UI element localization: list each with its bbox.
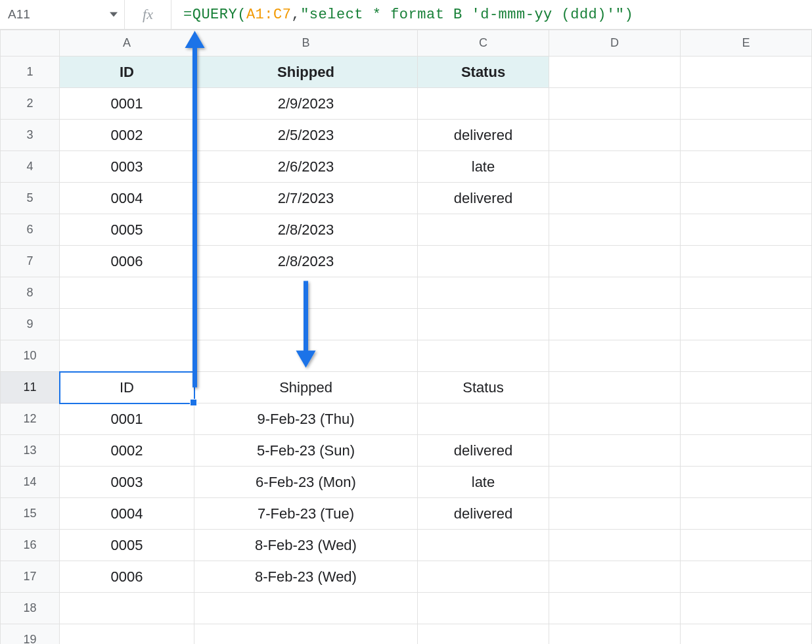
cell-A7[interactable]: 0006 <box>60 246 194 277</box>
cell-B18[interactable] <box>194 593 418 624</box>
cell-B10[interactable] <box>194 340 418 372</box>
cell-A11[interactable]: ID <box>60 372 194 403</box>
column-header-B[interactable]: B <box>194 30 418 57</box>
cell-D2[interactable] <box>549 88 681 120</box>
cell-E8[interactable] <box>681 277 812 309</box>
cell-E16[interactable] <box>681 530 812 561</box>
row-header-4[interactable]: 4 <box>1 151 60 183</box>
cell-D17[interactable] <box>549 561 681 593</box>
cell-C3[interactable]: delivered <box>418 120 549 151</box>
cell-D9[interactable] <box>549 309 681 340</box>
fill-handle[interactable] <box>190 399 197 406</box>
column-header-C[interactable]: C <box>418 30 549 57</box>
formula-input[interactable]: =QUERY(A1:C7,"select * format B 'd-mmm-y… <box>171 0 812 29</box>
cell-C14[interactable]: late <box>418 467 549 498</box>
cell-D18[interactable] <box>549 593 681 624</box>
cell-D6[interactable] <box>549 214 681 246</box>
column-header-A[interactable]: A <box>60 30 194 57</box>
cell-E17[interactable] <box>681 561 812 593</box>
row-header-3[interactable]: 3 <box>1 120 60 151</box>
cell-E4[interactable] <box>681 151 812 183</box>
cell-E7[interactable] <box>681 246 812 277</box>
row-header-8[interactable]: 8 <box>1 277 60 309</box>
cell-C7[interactable] <box>418 246 549 277</box>
cell-E1[interactable] <box>681 57 812 88</box>
cell-A15[interactable]: 0004 <box>60 498 194 530</box>
cell-E3[interactable] <box>681 120 812 151</box>
cell-D10[interactable] <box>549 340 681 372</box>
column-header-D[interactable]: D <box>549 30 681 57</box>
name-box[interactable] <box>0 0 125 29</box>
row-header-11[interactable]: 11 <box>1 372 60 403</box>
cell-A17[interactable]: 0006 <box>60 561 194 593</box>
cell-A10[interactable] <box>60 340 194 372</box>
column-header-E[interactable]: E <box>681 30 812 57</box>
cell-A8[interactable] <box>60 277 194 309</box>
cell-B1[interactable]: Shipped <box>194 57 418 88</box>
cell-B19[interactable] <box>194 624 418 645</box>
cell-B11[interactable]: Shipped <box>194 372 418 403</box>
cell-B7[interactable]: 2/8/2023 <box>194 246 418 277</box>
row-header-6[interactable]: 6 <box>1 214 60 246</box>
row-header-5[interactable]: 5 <box>1 183 60 214</box>
cell-D13[interactable] <box>549 435 681 467</box>
cell-C11[interactable]: Status <box>418 372 549 403</box>
cell-A18[interactable] <box>60 593 194 624</box>
cell-D11[interactable] <box>549 372 681 403</box>
cell-A1[interactable]: ID <box>60 57 194 88</box>
cell-E9[interactable] <box>681 309 812 340</box>
cell-E15[interactable] <box>681 498 812 530</box>
cell-E11[interactable] <box>681 372 812 403</box>
cell-D8[interactable] <box>549 277 681 309</box>
cell-A13[interactable]: 0002 <box>60 435 194 467</box>
cell-reference-input[interactable] <box>7 7 88 22</box>
cell-C18[interactable] <box>418 593 549 624</box>
cell-D16[interactable] <box>549 530 681 561</box>
cell-C5[interactable]: delivered <box>418 183 549 214</box>
row-header-1[interactable]: 1 <box>1 57 60 88</box>
cell-B15[interactable]: 7-Feb-23 (Tue) <box>194 498 418 530</box>
cell-E18[interactable] <box>681 593 812 624</box>
row-header-9[interactable]: 9 <box>1 309 60 340</box>
row-header-7[interactable]: 7 <box>1 246 60 277</box>
cell-D5[interactable] <box>549 183 681 214</box>
cell-B3[interactable]: 2/5/2023 <box>194 120 418 151</box>
row-header-16[interactable]: 16 <box>1 530 60 561</box>
sheet-table[interactable]: A B C D E 1IDShippedStatus200012/9/20233… <box>0 30 812 644</box>
row-header-12[interactable]: 12 <box>1 403 60 435</box>
cell-C16[interactable] <box>418 530 549 561</box>
cell-E12[interactable] <box>681 403 812 435</box>
cell-A9[interactable] <box>60 309 194 340</box>
cell-B16[interactable]: 8-Feb-23 (Wed) <box>194 530 418 561</box>
cell-B6[interactable]: 2/8/2023 <box>194 214 418 246</box>
cell-B13[interactable]: 5-Feb-23 (Sun) <box>194 435 418 467</box>
cell-C13[interactable]: delivered <box>418 435 549 467</box>
cell-C9[interactable] <box>418 309 549 340</box>
cell-B8[interactable] <box>194 277 418 309</box>
cell-D3[interactable] <box>549 120 681 151</box>
row-header-17[interactable]: 17 <box>1 561 60 593</box>
row-header-15[interactable]: 15 <box>1 498 60 530</box>
cell-E13[interactable] <box>681 435 812 467</box>
cell-A2[interactable]: 0001 <box>60 88 194 120</box>
cell-C6[interactable] <box>418 214 549 246</box>
cell-B14[interactable]: 6-Feb-23 (Mon) <box>194 467 418 498</box>
cell-C4[interactable]: late <box>418 151 549 183</box>
cell-C8[interactable] <box>418 277 549 309</box>
cell-C17[interactable] <box>418 561 549 593</box>
cell-A5[interactable]: 0004 <box>60 183 194 214</box>
cell-B17[interactable]: 8-Feb-23 (Wed) <box>194 561 418 593</box>
cell-E2[interactable] <box>681 88 812 120</box>
cell-D14[interactable] <box>549 467 681 498</box>
cell-B5[interactable]: 2/7/2023 <box>194 183 418 214</box>
cell-A6[interactable]: 0005 <box>60 214 194 246</box>
cell-A4[interactable]: 0003 <box>60 151 194 183</box>
row-header-19[interactable]: 19 <box>1 624 60 645</box>
row-header-10[interactable]: 10 <box>1 340 60 372</box>
cell-A16[interactable]: 0005 <box>60 530 194 561</box>
cell-C1[interactable]: Status <box>418 57 549 88</box>
cell-D7[interactable] <box>549 246 681 277</box>
cell-C15[interactable]: delivered <box>418 498 549 530</box>
cell-D12[interactable] <box>549 403 681 435</box>
cell-C12[interactable] <box>418 403 549 435</box>
